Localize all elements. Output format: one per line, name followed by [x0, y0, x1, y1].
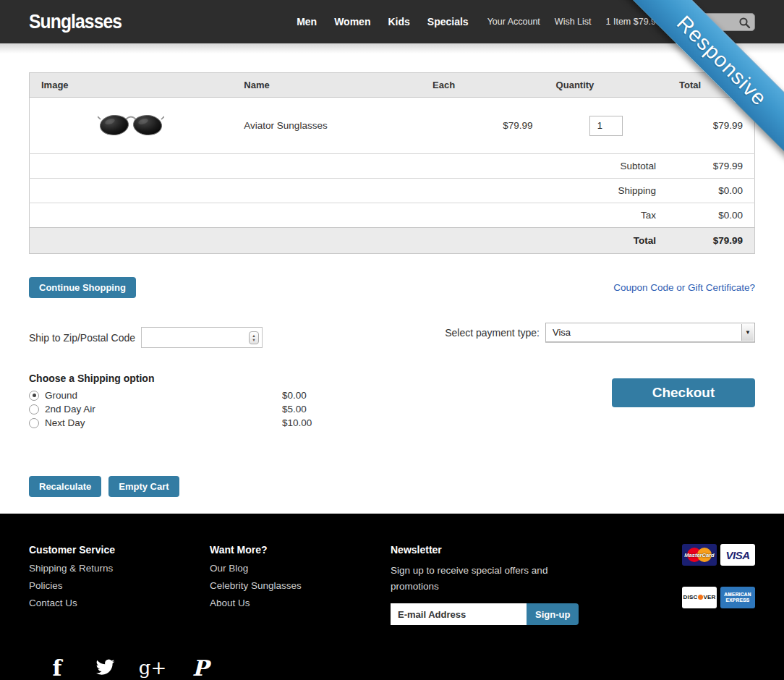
nav-item-kids[interactable]: Kids — [388, 16, 409, 27]
shipping-option-label: 2nd Day Air — [45, 404, 95, 415]
chevron-down-icon: ▼ — [745, 329, 751, 336]
footer-link-contact-us[interactable]: Contact Us — [29, 598, 210, 608]
quantity-input[interactable] — [589, 116, 623, 136]
shipping-option-2nd-day-air[interactable]: 2nd Day Air $5.00 — [29, 402, 312, 416]
shipping-value: $0.00 — [668, 179, 754, 203]
cart-page: Image Name Each Quantity Total — [0, 72, 784, 497]
shipping-row: Shipping $0.00 — [30, 179, 755, 203]
product-image-aviator-sunglasses[interactable] — [98, 110, 164, 142]
col-header-name: Name — [232, 73, 421, 98]
payment-type-select[interactable]: Visa ▼ — [545, 323, 755, 342]
item-image-cell — [30, 98, 233, 154]
col-header-image: Image — [30, 73, 233, 98]
subtotal-value: $79.99 — [668, 154, 754, 179]
payment-type-selected: Visa — [553, 327, 571, 338]
zip-label: Ship to Zip/Postal Code — [29, 332, 135, 344]
radio-next-day[interactable] — [29, 418, 39, 428]
footer-want-more: Want More? Our Blog Celebrity Sunglasses… — [210, 544, 391, 625]
navbar-shadow — [0, 43, 784, 54]
shipping-option-next-day[interactable]: Next Day $10.00 — [29, 416, 312, 430]
subtotal-row: Subtotal $79.99 — [30, 154, 755, 179]
recalculate-button[interactable]: Recalculate — [29, 476, 101, 497]
footer-link-shipping-returns[interactable]: Shipping & Returns — [29, 563, 210, 574]
pinterest-icon[interactable]: P — [189, 657, 211, 679]
shipping-options-title: Choose a Shipping option — [29, 373, 312, 384]
zip-input-wrap: ▲ ▼ — [141, 327, 263, 348]
nav-item-men[interactable]: Men — [297, 16, 317, 27]
newsletter-title: Newsletter — [391, 544, 608, 556]
shipping-label: Shipping — [30, 179, 668, 203]
total-row: Total $79.99 — [30, 228, 755, 254]
social-links: f g+ P — [46, 657, 755, 679]
tax-value: $0.00 — [668, 203, 754, 228]
payment-cards: MasterCard VISA DISCVER AMERICAN EXPRESS — [682, 544, 755, 625]
footer-link-policies[interactable]: Policies — [29, 580, 210, 591]
tax-label: Tax — [30, 203, 668, 228]
nav-item-women[interactable]: Women — [334, 16, 370, 27]
visa-icon: VISA — [720, 544, 755, 566]
tax-row: Tax $0.00 — [30, 203, 755, 228]
footer-customer-service: Customer Service Shipping & Returns Poli… — [29, 544, 210, 625]
shipping-option-ground[interactable]: Ground $0.00 — [29, 388, 312, 402]
shipping-option-price: $5.00 — [282, 404, 312, 415]
shipping-options-group: Choose a Shipping option Ground $0.00 2n… — [29, 373, 312, 430]
checkout-button[interactable]: Checkout — [612, 378, 755, 407]
newsletter-text: Sign up to receive special offers and pr… — [391, 563, 557, 595]
footer-link-about-us[interactable]: About Us — [210, 598, 391, 608]
footer-link-our-blog[interactable]: Our Blog — [210, 563, 391, 574]
select-arrow-button[interactable]: ▼ — [741, 324, 754, 341]
zip-stepper[interactable]: ▲ ▼ — [249, 331, 259, 344]
discover-icon: DISCVER — [682, 587, 717, 608]
brand-logo[interactable]: Sunglasses — [29, 10, 122, 33]
nav-item-wish-list[interactable]: Wish List — [555, 17, 592, 27]
search-icon — [738, 17, 751, 29]
col-header-each: Each — [421, 73, 545, 98]
primary-nav: Men Women Kids Specials — [297, 16, 468, 27]
nav-item-specials[interactable]: Specials — [427, 16, 469, 27]
radio-2nd-day-air[interactable] — [29, 404, 39, 415]
nav-item-your-account[interactable]: Your Account — [487, 17, 540, 27]
subtotal-label: Subtotal — [30, 154, 668, 179]
coupon-gift-certificate-link[interactable]: Coupon Code or Gift Certificate? — [613, 282, 755, 293]
american-express-icon: AMERICAN EXPRESS — [720, 587, 755, 608]
empty-cart-button[interactable]: Empty Cart — [108, 476, 179, 497]
cart-item-row: Aviator Sunglasses $79.99 $79.99 — [30, 98, 755, 154]
stepper-down-icon: ▼ — [252, 338, 255, 342]
item-each-price: $79.99 — [421, 98, 545, 154]
footer-column-title: Customer Service — [29, 544, 210, 556]
twitter-icon[interactable] — [94, 657, 116, 679]
total-value: $79.99 — [668, 228, 754, 254]
footer-newsletter: Newsletter Sign up to receive special of… — [391, 544, 608, 625]
email-input[interactable] — [391, 603, 527, 625]
footer-column-title: Want More? — [210, 544, 391, 556]
secondary-nav: Your Account Wish List 1 Item $79.99 — [487, 17, 661, 27]
google-plus-icon[interactable]: g+ — [142, 657, 163, 679]
shipping-option-price: $10.00 — [282, 417, 312, 428]
shipping-option-price: $0.00 — [282, 390, 312, 401]
radio-ground[interactable] — [29, 391, 39, 401]
shipping-option-label: Ground — [45, 390, 77, 401]
footer-link-celebrity-sunglasses[interactable]: Celebrity Sunglasses — [210, 580, 391, 591]
payment-type-label: Select payment type: — [445, 327, 540, 339]
mastercard-icon: MasterCard — [682, 544, 717, 566]
shipping-option-label: Next Day — [45, 417, 85, 428]
signup-button[interactable]: Sign-up — [527, 603, 579, 625]
footer: Customer Service Shipping & Returns Poli… — [0, 514, 784, 680]
cart-header-row: Image Name Each Quantity Total — [30, 73, 755, 98]
item-name[interactable]: Aviator Sunglasses — [232, 98, 421, 154]
total-label: Total — [30, 228, 668, 254]
cart-table: Image Name Each Quantity Total — [29, 72, 755, 254]
facebook-icon[interactable]: f — [46, 657, 68, 679]
continue-shopping-button[interactable]: Continue Shopping — [29, 277, 136, 298]
zip-input[interactable] — [142, 328, 262, 347]
col-header-quantity: Quantity — [545, 73, 668, 98]
